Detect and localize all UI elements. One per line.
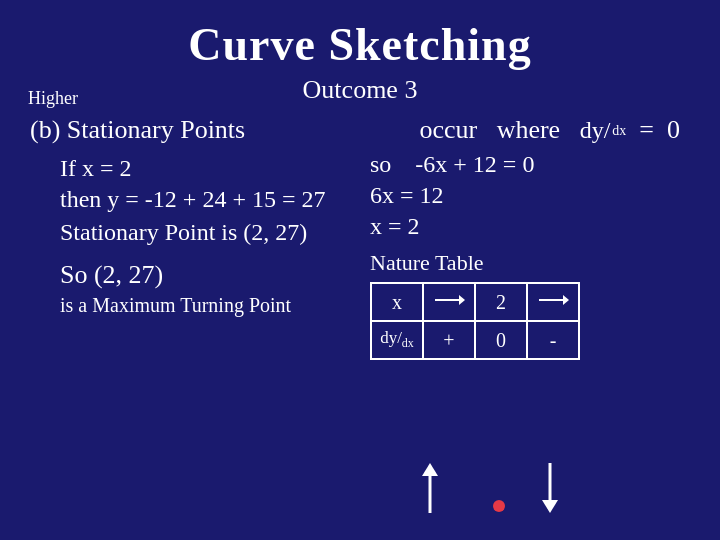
if-x: If x = 2: [60, 155, 350, 182]
max-turning: is a Maximum Turning Point: [60, 294, 307, 317]
stationary-points-label: (b) Stationary Points: [30, 115, 245, 145]
table-cell-plus: +: [423, 321, 475, 359]
table-cell-2: 2: [475, 283, 527, 321]
stationary-point-text: Stationary Point is (2, 27): [60, 219, 307, 246]
nature-table: x 2: [370, 282, 580, 360]
higher-label: Higher: [28, 88, 78, 109]
table-cell-dydx-header: dy/dx: [371, 321, 423, 359]
table-cell-zero: 0: [475, 321, 527, 359]
sixx-line: 6x = 12: [370, 182, 444, 209]
outcome: Outcome 3: [0, 75, 720, 105]
dot-indicator: [493, 500, 505, 512]
svg-marker-3: [563, 295, 569, 305]
then-y: then y = -12 + 24 + 15 = 27: [60, 186, 350, 213]
occur-where-text: occur where dy/dx = 0: [245, 115, 690, 145]
table-cell-minus: -: [527, 321, 579, 359]
title: Curve Sketching: [0, 0, 720, 71]
table-cell-arrow1: [423, 283, 475, 321]
x-equals: x = 2: [370, 213, 420, 240]
svg-marker-7: [542, 500, 558, 513]
nature-table-label: Nature Table: [370, 250, 580, 276]
svg-marker-1: [459, 295, 465, 305]
table-cell-x-header: x: [371, 283, 423, 321]
svg-marker-5: [422, 463, 438, 476]
table-cell-arrow2: [527, 283, 579, 321]
so-227: So (2, 27): [60, 260, 307, 290]
so-equation: so -6x + 12 = 0: [370, 151, 534, 178]
